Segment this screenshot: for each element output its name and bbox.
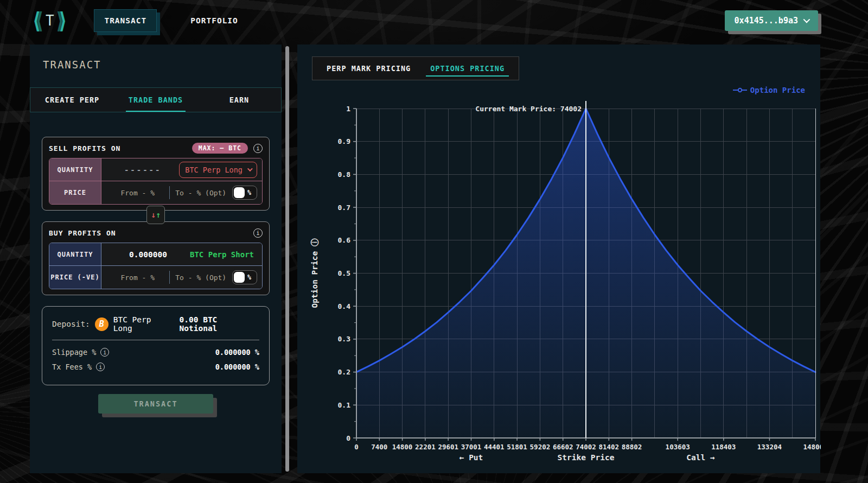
band-cards: SELL PROFITS ON MAX: – BTC i QUANTITY --… xyxy=(42,137,270,414)
legend-label: Option Price xyxy=(750,86,805,94)
sell-quantity-input[interactable]: ------ xyxy=(106,166,179,174)
svg-text:0.5: 0.5 xyxy=(338,269,350,277)
buy-price-to-input[interactable]: To - % (Opt) xyxy=(170,274,233,282)
info-icon[interactable]: i xyxy=(100,348,109,357)
tab-trade-bands[interactable]: TRADE BANDS xyxy=(114,88,197,112)
main-layout: TRANSACT CREATE PERP TRADE BANDS EARN SE… xyxy=(0,41,868,483)
txfees-value: 0.000000 % xyxy=(215,363,259,371)
chevron-down-icon xyxy=(247,166,253,171)
nav-tab-portfolio[interactable]: PORTFOLIO xyxy=(181,10,248,31)
tab-create-perp[interactable]: CREATE PERP xyxy=(30,88,114,112)
nav-tabs: TRANSACT PORTFOLIO xyxy=(94,9,247,32)
svg-text:0: 0 xyxy=(346,434,350,442)
info-icon[interactable]: i xyxy=(253,144,263,153)
top-nav: ⟨ T ⟩ TRANSACT PORTFOLIO 0x4145...b9a3 xyxy=(0,0,868,41)
svg-text:22201: 22201 xyxy=(415,443,436,451)
sell-quantity-label: QUANTITY xyxy=(49,158,101,181)
deposit-summary-card: Deposit: B BTC Perp Long 0.00 BTC Notion… xyxy=(42,306,270,385)
svg-text:← Put: ← Put xyxy=(459,453,483,462)
sell-asset-dropdown[interactable]: BTC Perp Long xyxy=(179,162,257,178)
transact-submit-button[interactable]: TRANSACT xyxy=(98,394,213,414)
transact-panel: TRANSACT CREATE PERP TRADE BANDS EARN SE… xyxy=(30,45,282,473)
svg-text:29601: 29601 xyxy=(438,443,458,451)
svg-text:Strike Price: Strike Price xyxy=(558,453,615,462)
wallet-address: 0x4145...b9a3 xyxy=(735,16,798,26)
bitcoin-icon: B xyxy=(95,317,108,331)
legend-option-price[interactable]: Option Price xyxy=(733,86,805,94)
svg-text:133204: 133204 xyxy=(757,443,782,451)
svg-text:148004: 148004 xyxy=(803,443,821,451)
deposit-asset: BTC Perp Long xyxy=(113,315,175,333)
slippage-value: 0.000000 % xyxy=(215,348,259,357)
slippage-label: Slippage % xyxy=(52,348,96,357)
toggle-knob xyxy=(234,187,245,198)
divider xyxy=(52,340,259,340)
tab-options-pricing[interactable]: OPTIONS PRICING xyxy=(430,57,505,80)
logo-left-bracket-icon: ⟨ xyxy=(31,7,42,34)
svg-text:0.8: 0.8 xyxy=(338,170,351,179)
pricing-panel: PERP MARK PRICING OPTIONS PRICING Option… xyxy=(297,45,820,473)
buy-asset-label: BTC Perp Short xyxy=(190,250,257,259)
svg-text:88802: 88802 xyxy=(622,443,642,451)
svg-text:7400: 7400 xyxy=(371,443,387,451)
deposit-label: Deposit: xyxy=(52,320,90,328)
nav-tab-transact[interactable]: TRANSACT xyxy=(94,9,157,32)
max-btc-badge[interactable]: MAX: – BTC xyxy=(192,143,248,154)
buy-quantity-input[interactable]: 0.000000 xyxy=(106,250,190,259)
sell-card-title: SELL PROFITS ON xyxy=(49,144,120,152)
deposit-notional-value: 0.00 BTC Notional xyxy=(180,315,260,333)
legend-marker-icon xyxy=(733,87,747,93)
svg-text:0: 0 xyxy=(354,443,359,451)
percent-label: % xyxy=(247,189,251,196)
buy-percent-toggle[interactable]: % xyxy=(232,270,257,284)
tab-perp-mark-pricing[interactable]: PERP MARK PRICING xyxy=(327,57,411,80)
svg-text:0.6: 0.6 xyxy=(338,236,351,244)
svg-text:44401: 44401 xyxy=(484,443,505,451)
options-pricing-chart: 00.10.20.30.40.50.60.70.80.9107400148002… xyxy=(307,99,821,468)
logo-letter: T xyxy=(46,12,54,29)
svg-text:Current Mark Price: 74002: Current Mark Price: 74002 xyxy=(475,105,582,113)
info-icon[interactable]: i xyxy=(253,228,263,238)
brand-logo[interactable]: ⟨ T ⟩ xyxy=(31,10,68,31)
sell-asset-label: BTC Perp Long xyxy=(185,166,242,174)
sell-price-to-input[interactable]: To - % (Opt) xyxy=(170,189,233,197)
svg-text:0.2: 0.2 xyxy=(338,368,350,376)
buy-card-title: BUY PROFITS ON xyxy=(49,229,116,237)
toggle-knob xyxy=(234,272,245,283)
percent-label: % xyxy=(247,274,251,281)
chevron-down-icon xyxy=(803,16,810,23)
svg-text:14800: 14800 xyxy=(392,443,413,451)
panel-scrollbar[interactable] xyxy=(285,46,289,472)
info-icon[interactable]: i xyxy=(96,363,105,371)
svg-text:118403: 118403 xyxy=(711,443,736,451)
sell-price-label: PRICE xyxy=(49,181,101,204)
svg-text:37001: 37001 xyxy=(461,443,482,451)
sidebar-tabs: CREATE PERP TRADE BANDS EARN xyxy=(30,87,282,112)
wallet-address-button[interactable]: 0x4145...b9a3 xyxy=(725,10,818,31)
sell-percent-toggle[interactable]: % xyxy=(232,186,257,200)
svg-text:0.3: 0.3 xyxy=(338,335,350,343)
buy-price-from-input[interactable]: From - % xyxy=(106,274,169,282)
buy-band-table: QUANTITY 0.000000 BTC Perp Short PRICE (… xyxy=(49,243,263,289)
swap-direction-button[interactable]: ↓↑ xyxy=(146,206,165,224)
svg-text:74002: 74002 xyxy=(576,443,596,451)
svg-text:59202: 59202 xyxy=(530,443,551,451)
svg-text:0.1: 0.1 xyxy=(338,401,351,409)
buy-price-label: PRICE (-VE) xyxy=(49,266,101,289)
pricing-tabs: PERP MARK PRICING OPTIONS PRICING xyxy=(312,56,519,80)
tab-earn[interactable]: EARN xyxy=(197,88,281,112)
svg-text:66602: 66602 xyxy=(553,443,573,451)
svg-text:0.9: 0.9 xyxy=(338,137,350,145)
page-title: TRANSACT xyxy=(43,59,269,71)
sell-band-table: QUANTITY ------ BTC Perp Long PRICE From… xyxy=(49,158,263,205)
svg-text:Option Price ⓘ: Option Price ⓘ xyxy=(310,238,319,308)
svg-text:103603: 103603 xyxy=(666,443,690,451)
buy-profits-card: BUY PROFITS ON i QUANTITY 0.000000 BTC P… xyxy=(42,221,270,295)
svg-text:0.4: 0.4 xyxy=(338,302,351,310)
svg-text:51801: 51801 xyxy=(507,443,527,451)
arrow-up-icon: ↑ xyxy=(156,210,161,220)
logo-right-bracket-icon: ⟩ xyxy=(58,7,68,34)
sell-price-from-input[interactable]: From - % xyxy=(106,189,169,197)
svg-text:0.7: 0.7 xyxy=(338,204,350,212)
txfees-label: Tx Fees % xyxy=(52,363,92,371)
